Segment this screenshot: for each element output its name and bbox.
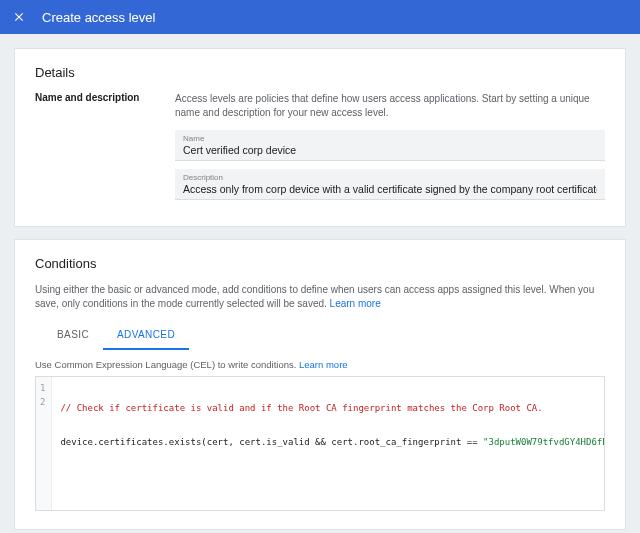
cel-note: Use Common Expression Language (CEL) to … bbox=[35, 359, 605, 370]
cel-learn-more-link[interactable]: Learn more bbox=[299, 359, 348, 370]
cel-editor[interactable]: 1 2 // Check if certificate is valid and… bbox=[35, 376, 605, 511]
tab-advanced[interactable]: ADVANCED bbox=[103, 321, 189, 350]
conditions-helper: Using either the basic or advanced mode,… bbox=[35, 283, 605, 311]
topbar: Create access level bbox=[0, 0, 640, 34]
conditions-card: Conditions Using either the basic or adv… bbox=[14, 239, 626, 530]
description-label: Description bbox=[183, 173, 597, 182]
name-field[interactable]: Name bbox=[175, 130, 605, 161]
details-helper-text: Access levels are policies that define h… bbox=[175, 92, 605, 120]
editor-gutter: 1 2 bbox=[36, 377, 52, 510]
page-title: Create access level bbox=[42, 10, 155, 25]
description-field[interactable]: Description bbox=[175, 169, 605, 200]
details-card: Details Name and description Access leve… bbox=[14, 48, 626, 227]
tab-basic[interactable]: BASIC bbox=[43, 321, 103, 350]
details-heading: Details bbox=[35, 65, 605, 80]
description-input[interactable] bbox=[183, 183, 597, 195]
learn-more-link[interactable]: Learn more bbox=[330, 298, 381, 309]
conditions-heading: Conditions bbox=[35, 256, 605, 271]
close-icon[interactable] bbox=[12, 10, 26, 24]
details-section-label: Name and description bbox=[35, 92, 175, 208]
name-label: Name bbox=[183, 134, 597, 143]
mode-tabs: BASIC ADVANCED bbox=[35, 321, 605, 351]
editor-code[interactable]: // Check if certificate is valid and if … bbox=[52, 377, 604, 510]
name-input[interactable] bbox=[183, 144, 597, 156]
page-body: Details Name and description Access leve… bbox=[0, 34, 640, 530]
